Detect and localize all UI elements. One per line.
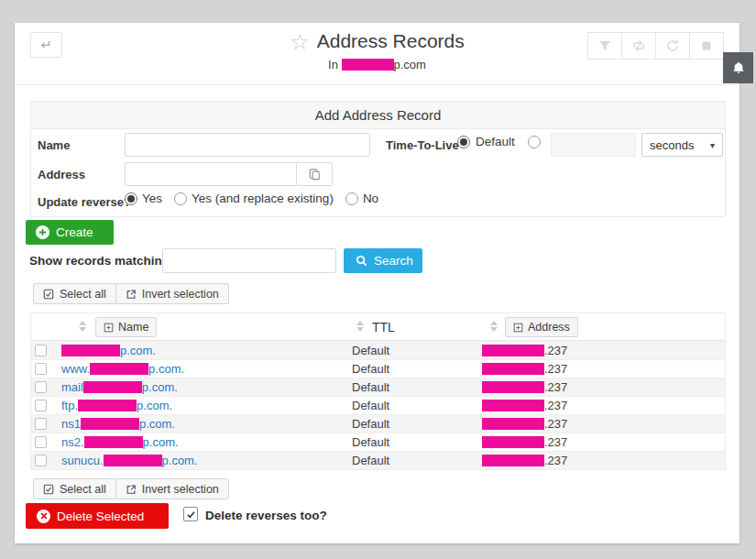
redacted-name bbox=[61, 345, 120, 356]
redacted-name bbox=[81, 418, 139, 430]
redacted-name bbox=[83, 381, 142, 393]
search-input[interactable] bbox=[162, 248, 336, 273]
page-title: Address Records bbox=[317, 30, 465, 51]
redacted-name bbox=[78, 400, 137, 411]
update-reverse-label: Update reverse? bbox=[38, 195, 131, 209]
page-background: ↵ ☆Address Records In p.com bbox=[0, 0, 756, 559]
create-button[interactable]: Create bbox=[26, 220, 114, 245]
row-checkbox[interactable] bbox=[35, 381, 47, 393]
records-table: Name TTL Address p.com.Default.237www.p.… bbox=[30, 312, 726, 470]
delete-reverses-checkbox[interactable] bbox=[183, 507, 198, 521]
record-address-suffix: .237 bbox=[544, 344, 567, 357]
record-name-suffix: p.com. bbox=[139, 417, 175, 431]
table-row: ns2.p.com.Default.237 bbox=[31, 433, 725, 451]
select-all-button[interactable]: Select all bbox=[33, 283, 116, 304]
sort-ttl-control[interactable] bbox=[356, 321, 364, 332]
update-reverse-radio[interactable] bbox=[125, 192, 137, 205]
record-name-link[interactable]: ns1p.com. bbox=[61, 417, 175, 431]
redacted-address bbox=[482, 455, 544, 466]
record-name-link[interactable]: ns2.p.com. bbox=[61, 435, 179, 449]
record-name-link[interactable]: mailp.com. bbox=[61, 380, 178, 394]
row-checkbox[interactable] bbox=[35, 400, 47, 411]
record-ttl: Default bbox=[352, 435, 389, 449]
bell-icon bbox=[731, 60, 746, 75]
ttl-unit-select[interactable]: seconds ▾ bbox=[641, 133, 723, 157]
record-name-suffix: p.com. bbox=[142, 380, 178, 394]
check-icon bbox=[186, 510, 196, 520]
table-row: p.com.Default.237 bbox=[31, 341, 725, 359]
plus-circle-icon bbox=[36, 225, 49, 239]
record-name-link[interactable]: sunucu.p.com. bbox=[61, 454, 198, 467]
recheck-icon bbox=[631, 38, 646, 53]
row-checkbox[interactable] bbox=[35, 345, 47, 356]
invert-selection-icon bbox=[126, 484, 137, 495]
row-checkbox[interactable] bbox=[35, 418, 47, 430]
show-matching-label: Show records matching: bbox=[29, 254, 174, 268]
sort-name-control[interactable] bbox=[79, 321, 86, 332]
notifications-tab[interactable] bbox=[723, 52, 753, 83]
record-name-suffix: p.com. bbox=[120, 344, 156, 357]
invert-selection-button[interactable]: Invert selection bbox=[115, 283, 229, 304]
record-address-suffix: .237 bbox=[544, 435, 567, 449]
update-reverse-radio[interactable] bbox=[174, 192, 187, 205]
subtitle-prefix: In bbox=[328, 58, 341, 71]
address-column-button[interactable]: Address bbox=[505, 317, 578, 337]
row-checkbox[interactable] bbox=[35, 363, 47, 375]
redacted-address bbox=[482, 436, 544, 448]
select-all-button[interactable]: Select all bbox=[33, 478, 116, 499]
address-input[interactable] bbox=[125, 162, 297, 186]
update-reverse-option-label: No bbox=[363, 192, 378, 205]
redacted-name bbox=[84, 436, 143, 448]
select-all-label: Select all bbox=[60, 483, 106, 496]
filter-button[interactable] bbox=[587, 32, 622, 60]
delete-reverses-label: Delete reverses too? bbox=[205, 509, 327, 522]
record-address: .237 bbox=[482, 417, 567, 431]
record-name-suffix: p.com. bbox=[137, 399, 172, 412]
invert-selection-label: Invert selection bbox=[142, 483, 219, 496]
update-reverse-radio[interactable] bbox=[345, 192, 358, 205]
ttl-value-input[interactable] bbox=[551, 133, 636, 157]
table-row: www.p.com.Default.237 bbox=[31, 359, 725, 378]
record-address: .237 bbox=[482, 362, 567, 376]
record-name-prefix: ftp. bbox=[61, 399, 78, 412]
record-ttl: Default bbox=[352, 344, 389, 357]
record-ttl: Default bbox=[352, 417, 389, 431]
update-reverse-option-label: Yes (and replace existing) bbox=[192, 192, 334, 205]
record-name-link[interactable]: ftp.p.com. bbox=[61, 399, 172, 412]
selection-toolbar-top: Select all Invert selection bbox=[34, 283, 229, 304]
table-row: sunucu.p.com.Default.237 bbox=[31, 451, 725, 469]
record-name-suffix: p.com. bbox=[162, 454, 198, 467]
row-checkbox[interactable] bbox=[35, 436, 47, 448]
update-reverse-option-label: Yes bbox=[142, 192, 162, 205]
record-ttl: Default bbox=[352, 380, 389, 394]
subtitle-suffix: p.com bbox=[394, 58, 426, 71]
star-favorite-icon[interactable]: ☆ bbox=[290, 29, 310, 54]
sort-address-control[interactable] bbox=[490, 321, 498, 332]
ttl-custom-radio[interactable] bbox=[528, 136, 541, 148]
paste-address-button[interactable] bbox=[297, 162, 333, 186]
check-square-icon bbox=[43, 289, 54, 300]
invert-selection-button[interactable]: Invert selection bbox=[115, 478, 229, 499]
recheck-button[interactable] bbox=[621, 32, 656, 60]
plus-square-icon bbox=[104, 323, 114, 333]
redacted-address bbox=[482, 363, 544, 375]
stop-icon bbox=[699, 38, 714, 53]
stop-button[interactable] bbox=[689, 32, 724, 60]
ttl-column-label: TTL bbox=[372, 320, 395, 334]
address-label: Address bbox=[38, 168, 85, 181]
record-name-prefix: ns2. bbox=[61, 435, 84, 449]
name-input[interactable] bbox=[125, 133, 370, 157]
delete-selected-button[interactable]: Delete Selected bbox=[26, 503, 169, 529]
ttl-default-radio[interactable] bbox=[457, 136, 470, 148]
search-icon bbox=[356, 255, 367, 267]
redacted-name bbox=[104, 455, 162, 466]
name-column-button[interactable]: Name bbox=[95, 317, 157, 337]
record-name-link[interactable]: www.p.com. bbox=[61, 362, 184, 376]
select-all-label: Select all bbox=[60, 288, 106, 301]
address-column-label: Address bbox=[528, 321, 570, 334]
row-checkbox[interactable] bbox=[35, 455, 47, 466]
record-address: .237 bbox=[482, 399, 567, 412]
refresh-button[interactable] bbox=[655, 32, 690, 60]
record-name-link[interactable]: p.com. bbox=[61, 344, 156, 357]
search-button[interactable]: Search bbox=[344, 248, 422, 273]
